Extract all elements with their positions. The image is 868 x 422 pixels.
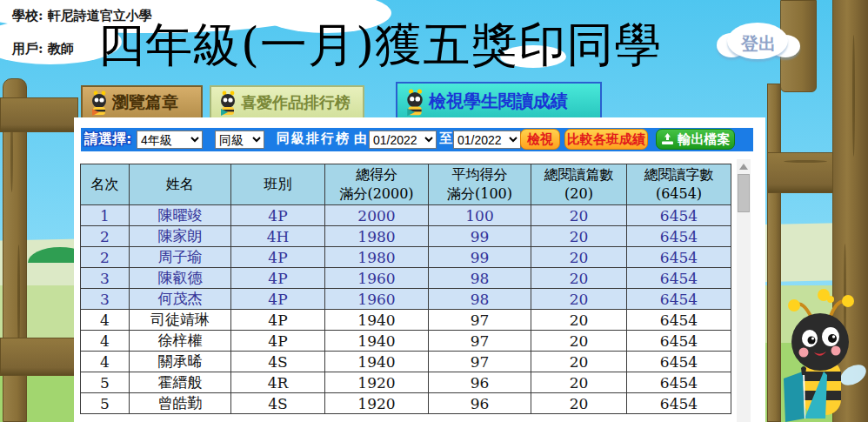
table-cell-average_score: 100 (429, 205, 531, 226)
table-cell-name: 陳叡德 (130, 268, 231, 289)
table-cell-name: 曾皓勤 (130, 393, 231, 414)
filter-bar: 請選擇: 4年級 同級 同級排行榜 由 01/2022 至 01/2022 檢視… (81, 128, 753, 151)
table-cell-total_score: 2000 (325, 205, 429, 226)
grade-select[interactable]: 4年級 (137, 131, 203, 149)
table-cell-rank: 3 (81, 268, 130, 289)
user-label: 用戶: 教師 (12, 41, 74, 57)
to-month-select[interactable]: 01/2022 (453, 131, 521, 149)
table-row: 5曾皓勤4S192096206454 (81, 393, 731, 414)
table-cell-articles_read: 20 (531, 205, 627, 226)
table-cell-name: 陳家朗 (130, 226, 231, 247)
table-cell-articles_read: 20 (531, 352, 627, 372)
content-panel: 請選擇: 4年級 同級 同級排行榜 由 01/2022 至 01/2022 檢視… (74, 117, 765, 422)
scope-select[interactable]: 同級 (215, 131, 264, 149)
table-cell-rank: 4 (81, 352, 130, 372)
table-cell-class_name: 4P (231, 289, 325, 310)
table-scrollbar[interactable] (737, 159, 751, 422)
tab-label: 檢視學生閱讀成績 (429, 90, 568, 113)
tab-browse-articles[interactable]: 瀏覽篇章 (81, 85, 203, 120)
header-articles-read: 總閱讀篇數(20) (531, 164, 627, 205)
table-cell-class_name: 4S (231, 352, 325, 372)
table-cell-articles_read: 20 (531, 393, 627, 414)
table-cell-average_score: 97 (429, 352, 531, 372)
table-cell-class_name: 4R (231, 372, 325, 393)
table-cell-articles_read: 20 (531, 331, 627, 352)
table-cell-average_score: 96 (429, 372, 531, 393)
export-file-button[interactable]: 輸出檔案 (656, 129, 735, 150)
table-cell-rank: 5 (81, 372, 130, 393)
table-cell-total_score: 1940 (325, 352, 429, 372)
table-cell-total_score: 1920 (325, 393, 429, 414)
table-cell-rank: 4 (81, 310, 130, 331)
table-cell-words_read: 6454 (627, 289, 731, 310)
table-cell-class_name: 4P (231, 331, 325, 352)
table-cell-name: 周子瑜 (130, 247, 231, 268)
table-cell-total_score: 1980 (325, 226, 429, 247)
bee-mascot (777, 288, 868, 422)
from-month-select[interactable]: 01/2022 (369, 131, 437, 149)
table-cell-average_score: 99 (429, 226, 531, 247)
table-cell-class_name: 4P (231, 268, 325, 289)
table-cell-words_read: 6454 (627, 310, 731, 331)
header-total-score: 總得分滿分(2000) (325, 164, 429, 205)
table-cell-words_read: 6454 (627, 393, 731, 414)
logout-button[interactable]: 登出 (717, 21, 800, 64)
table-cell-name: 司徒靖琳 (130, 310, 231, 331)
table-cell-articles_read: 20 (531, 226, 627, 247)
table-cell-articles_read: 20 (531, 268, 627, 289)
bee-icon (90, 90, 109, 116)
export-icon (661, 133, 674, 145)
table-cell-average_score: 97 (429, 310, 531, 331)
header-words-read: 總閱讀字數(6454) (627, 164, 731, 205)
table-cell-rank: 5 (81, 393, 130, 414)
tab-favourite-ranking[interactable]: 喜愛作品排行榜 (210, 85, 364, 120)
table-cell-name: 陳曜竣 (130, 205, 231, 226)
table-cell-words_read: 6454 (627, 247, 731, 268)
view-button[interactable]: 檢視 (520, 129, 560, 150)
compare-classes-button[interactable]: 比較各班成績 (564, 129, 648, 150)
table-cell-rank: 2 (81, 226, 130, 247)
table-cell-words_read: 6454 (627, 268, 731, 289)
score-table-body: 1陳曜竣4P20001002064542陳家朗4H1980992064542周子… (81, 205, 731, 414)
fence-rail-left-bottom (0, 338, 78, 376)
table-cell-name: 徐梓權 (130, 331, 231, 352)
table-row: 4徐梓權4P194097206454 (81, 331, 731, 352)
page-title: 四年級(一月)獲五獎印同學 (97, 14, 724, 77)
table-cell-name: 關承晞 (130, 352, 231, 372)
table-cell-total_score: 1940 (325, 310, 429, 331)
bee-icon (218, 90, 237, 116)
fence-rail-left-top (0, 97, 78, 132)
table-cell-class_name: 4P (231, 247, 325, 268)
table-cell-class_name: 4S (231, 393, 325, 414)
table-cell-words_read: 6454 (627, 331, 731, 352)
header-name: 姓名 (130, 164, 231, 205)
logout-label: 登出 (717, 32, 800, 56)
tab-view-reading-results[interactable]: 檢視學生閱讀成績 (396, 82, 602, 121)
table-cell-words_read: 6454 (627, 205, 731, 226)
to-label: 至 (439, 131, 452, 147)
table-row: 2周子瑜4P198099206454 (81, 247, 731, 268)
table-cell-average_score: 98 (429, 289, 531, 310)
table-cell-articles_read: 20 (531, 372, 627, 393)
table-cell-words_read: 6454 (627, 372, 731, 393)
bee-icon (404, 87, 425, 117)
table-cell-words_read: 6454 (627, 226, 731, 247)
table-cell-average_score: 98 (429, 268, 531, 289)
table-cell-total_score: 1940 (325, 331, 429, 352)
scrollbar-up-icon[interactable] (739, 164, 748, 170)
table-cell-rank: 2 (81, 247, 130, 268)
tab-label: 瀏覽篇章 (112, 91, 178, 114)
table-row: 5霍縉般4R192096206454 (81, 372, 731, 393)
table-row: 1陳曜竣4P2000100206454 (81, 205, 731, 226)
table-header-row: 名次 姓名 班別 總得分滿分(2000) 平均得分滿分(100) 總閱讀篇數(2… (81, 164, 731, 205)
app-window: 學校: 軒尼詩道官立小學 用戶: 教師 四年級(一月)獲五獎印同學 登出 瀏覽篇… (0, 0, 868, 422)
table-cell-class_name: 4P (231, 205, 325, 226)
table-cell-rank: 4 (81, 331, 130, 352)
header-class: 班別 (231, 164, 325, 205)
table-cell-class_name: 4H (231, 226, 325, 247)
score-table: 名次 姓名 班別 總得分滿分(2000) 平均得分滿分(100) 總閱讀篇數(2… (80, 164, 731, 414)
scrollbar-thumb[interactable] (738, 174, 750, 212)
table-cell-total_score: 1920 (325, 372, 429, 393)
table-cell-average_score: 96 (429, 393, 531, 414)
ranking-label: 同級排行榜 (277, 131, 351, 147)
